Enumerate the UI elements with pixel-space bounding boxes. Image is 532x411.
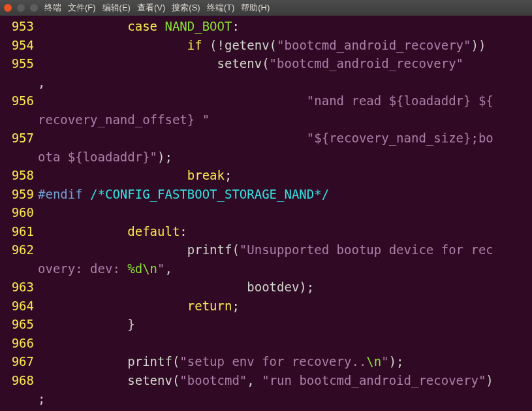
code-line: 954 if (!getenv("bootcmd_android_recover… <box>0 36 532 55</box>
code-line: 962 printf("Unsupported bootup device fo… <box>0 240 532 259</box>
code-token: break <box>187 168 225 182</box>
menu-terminal[interactable]: 终端 <box>44 1 61 14</box>
code-token <box>38 224 127 238</box>
code-token: ); <box>389 354 404 369</box>
code-line: recovery_nand_offset} " <box>0 110 532 129</box>
code-token: if <box>187 38 202 52</box>
code-token: ; <box>38 391 45 406</box>
code-token: (!getenv( <box>202 38 277 52</box>
code-token: : <box>232 19 239 33</box>
code-token: ; <box>232 299 239 313</box>
code-area[interactable]: 953 case NAND_BOOT:954 if (!getenv("boot… <box>0 16 532 411</box>
menu-edit[interactable]: 编辑(E) <box>102 1 131 14</box>
line-number <box>0 148 38 167</box>
code-token: \n <box>142 261 157 276</box>
code-line: 967 printf("setup env for recovery..\n")… <box>0 352 532 371</box>
code-line: 965 } <box>0 315 532 334</box>
code-token: setenv( <box>38 56 270 71</box>
code-token: #endif <box>38 187 90 201</box>
code-token: default <box>127 224 180 238</box>
code-token <box>38 168 187 182</box>
code-content: , <box>38 73 532 92</box>
code-content: "${recovery_nand_size};bo <box>38 129 532 148</box>
code-line: 963 bootdev); <box>0 278 532 297</box>
line-number: 959 <box>0 185 38 204</box>
code-line: 969 } <box>0 408 532 412</box>
code-line: ota ${loadaddr}"); <box>0 148 532 167</box>
menu-view[interactable]: 查看(V) <box>137 1 165 14</box>
code-content <box>38 334 532 353</box>
code-line: 955 setenv("bootcmd_android_recovery" <box>0 54 532 73</box>
menu-help[interactable]: 帮助(H) <box>241 1 270 14</box>
code-token: NAND_BOOT <box>164 19 232 33</box>
code-content: setenv("bootcmd_android_recovery" <box>38 54 532 73</box>
code-content: ; <box>38 389 532 408</box>
code-token: %d <box>127 261 142 276</box>
line-number: 962 <box>0 240 38 259</box>
line-number: 964 <box>0 297 38 316</box>
window-titlebar: 终端 文件(F) 编辑(E) 查看(V) 搜索(S) 终端(T) 帮助(H) <box>0 0 532 16</box>
code-line: 966 <box>0 334 532 353</box>
menu-file[interactable]: 文件(F) <box>68 1 96 14</box>
line-number: 961 <box>0 222 38 241</box>
code-content: } <box>38 408 532 412</box>
code-content: break; <box>38 166 532 185</box>
code-token: , <box>247 373 262 387</box>
code-token <box>38 19 127 33</box>
code-content: overy: dev: %d\n", <box>38 259 532 278</box>
code-token: " <box>381 354 388 369</box>
code-token: recovery_nand_offset} " <box>38 112 210 127</box>
code-token: ; <box>225 168 232 182</box>
code-content: "nand read ${loadaddr} ${ <box>38 91 532 110</box>
code-line: 964 return; <box>0 297 532 316</box>
code-content: default: <box>38 222 532 241</box>
code-token <box>38 299 187 313</box>
code-token: "bootcmd_android_recovery" <box>270 56 463 71</box>
menu-search[interactable]: 搜索(S) <box>172 1 200 14</box>
code-token: return <box>187 299 232 313</box>
line-number: 955 <box>0 54 38 73</box>
line-number <box>0 73 38 92</box>
code-token: \n <box>366 354 381 369</box>
code-token: printf( <box>38 242 240 257</box>
code-line: 953 case NAND_BOOT: <box>0 17 532 36</box>
line-number: 958 <box>0 166 38 185</box>
line-number: 963 <box>0 278 38 297</box>
line-number <box>0 259 38 278</box>
line-number: 969 <box>0 408 38 412</box>
line-number: 957 <box>0 129 38 148</box>
minimize-icon[interactable] <box>17 4 25 12</box>
code-content: #endif /*CONFIG_FASTBOOT_STORAGE_NAND*/ <box>38 185 532 204</box>
window-buttons <box>4 4 38 12</box>
code-line: 968 setenv("bootcmd", "run bootcmd_andro… <box>0 371 532 390</box>
code-line: 958 break; <box>0 166 532 185</box>
line-number: 967 <box>0 352 38 371</box>
code-token: ); <box>157 150 172 164</box>
menu-terminal2[interactable]: 终端(T) <box>207 1 235 14</box>
code-token: overy: dev: <box>38 261 127 276</box>
code-token: "setup env for recovery.. <box>180 354 366 369</box>
code-line: , <box>0 73 532 92</box>
code-token: "bootcmd_android_recovery" <box>277 38 471 52</box>
code-token: )) <box>471 38 486 52</box>
code-line: 961 default: <box>0 222 532 241</box>
code-content: case NAND_BOOT: <box>38 17 532 36</box>
code-token: : <box>180 224 187 238</box>
maximize-icon[interactable] <box>30 4 38 12</box>
code-token: setenv( <box>38 373 180 387</box>
code-token: " <box>157 261 164 276</box>
code-token: /*CONFIG_FASTBOOT_STORAGE_NAND*/ <box>90 187 329 201</box>
line-number: 966 <box>0 334 38 353</box>
code-line: 957 "${recovery_nand_size};bo <box>0 129 532 148</box>
code-token <box>38 131 307 145</box>
code-line: overy: dev: %d\n", <box>0 259 532 278</box>
close-icon[interactable] <box>4 4 12 12</box>
code-token: "Unsupported bootup device for rec <box>240 242 493 257</box>
code-token: "bootcmd" <box>180 373 247 387</box>
code-token: case <box>127 19 164 33</box>
code-content: bootdev); <box>38 278 532 297</box>
code-token: , <box>165 261 172 276</box>
line-number: 953 <box>0 17 38 36</box>
code-content: setenv("bootcmd", "run bootcmd_android_r… <box>38 371 532 390</box>
code-token: ) <box>486 373 493 387</box>
